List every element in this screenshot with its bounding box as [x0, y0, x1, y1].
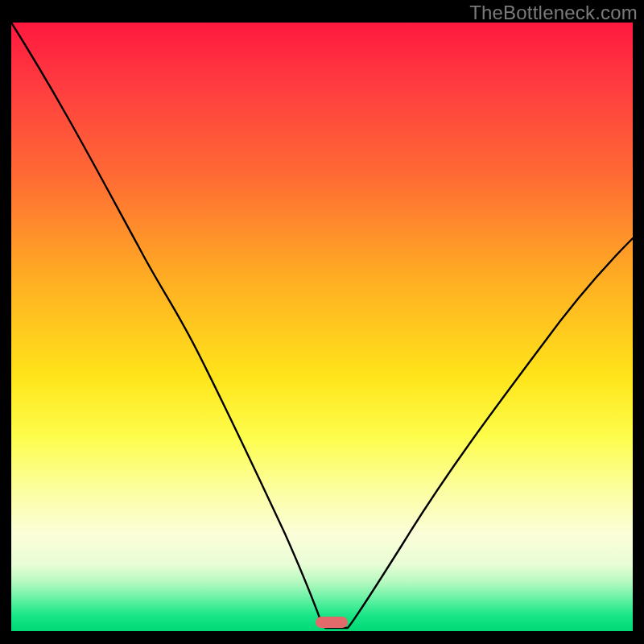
watermark-text: TheBottleneck.com — [469, 2, 638, 24]
curve-svg — [11, 23, 633, 631]
bottleneck-curve — [11, 23, 633, 628]
min-marker — [316, 617, 348, 628]
chart-frame: TheBottleneck.com — [0, 0, 644, 644]
plot-area — [11, 23, 633, 631]
